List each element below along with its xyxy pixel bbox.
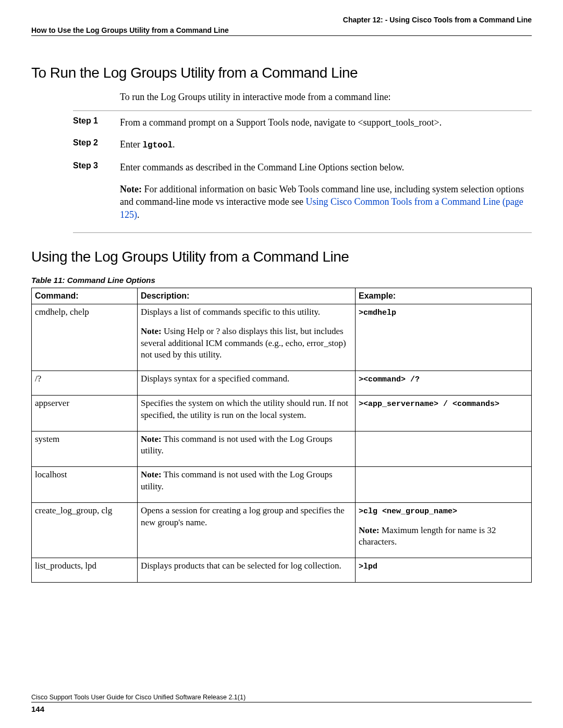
steps-block: Step 1 From a command prompt on a Suppor…	[73, 110, 532, 233]
step-row: Step 3 Enter commands as described in th…	[73, 161, 532, 174]
cell-command: system	[32, 431, 138, 467]
rule-bottom	[73, 232, 532, 233]
cell-command: cmdhelp, chelp	[32, 304, 138, 371]
desc-main: Displays a list of commands specific to …	[141, 307, 320, 317]
example-note-body: Maximum length for name is 32 characters…	[359, 525, 496, 547]
cell-example: >lpd	[356, 558, 532, 582]
note-block: Note: For additional information on basi…	[120, 183, 532, 221]
desc-note-label: Note:	[141, 434, 162, 444]
desc-note-body: This command is not used with the Log Gr…	[141, 470, 333, 491]
table-row: /? Displays syntax for a specified comma…	[32, 371, 532, 395]
cell-example: ><command> /?	[356, 371, 532, 395]
page: Chapter 12: - Using Cisco Tools from a C…	[0, 0, 563, 728]
cell-description: Note: This command is not used with the …	[138, 431, 356, 467]
step-row: Step 1 From a command prompt on a Suppor…	[73, 116, 532, 129]
rule-top	[73, 110, 532, 111]
desc-note-label: Note:	[141, 470, 162, 479]
example-mono: >cmdhelp	[359, 309, 396, 317]
intro-text: To run the Log Groups utility in interac…	[120, 92, 532, 103]
note-body-b: .	[137, 209, 140, 220]
cell-example	[356, 431, 532, 467]
example-mono: >lpd	[359, 562, 377, 571]
step-body: Enter commands as described in the Comma…	[120, 161, 532, 174]
th-description: Description:	[138, 288, 356, 304]
th-command: Command:	[32, 288, 138, 304]
command-table: Command: Description: Example: cmdhelp, …	[31, 288, 532, 583]
section-title-1: To Run the Log Groups Utility from a Com…	[31, 65, 532, 81]
cell-example: >clg <new_group_name> Note: Maximum leng…	[356, 503, 532, 558]
table-row: localhost Note: This command is not used…	[32, 467, 532, 503]
table-row: create_log_group, clg Opens a session fo…	[32, 503, 532, 558]
table-row: list_products, lpd Displays products tha…	[32, 558, 532, 582]
desc-note-body: Using Help or ? also displays this list,…	[141, 326, 346, 360]
header-section: How to Use the Log Groups Utility from a…	[31, 26, 532, 36]
example-mono: ><app_servername> / <commands>	[359, 400, 499, 409]
example-note: Note: Maximum length for name is 32 char…	[359, 525, 528, 549]
table-header-row: Command: Description: Example:	[32, 288, 532, 304]
cell-command: list_products, lpd	[32, 558, 138, 582]
step-row: Step 2 Enter lgtool.	[73, 138, 532, 152]
cell-description: Displays syntax for a specified command.	[138, 371, 356, 395]
footer: Cisco Support Tools User Guide for Cisco…	[31, 694, 532, 713]
step-body: Enter lgtool.	[120, 138, 532, 152]
step-body: From a command prompt on a Support Tools…	[120, 116, 532, 129]
section-title-2: Using the Log Groups Utility from a Comm…	[31, 249, 532, 265]
table-row: system Note: This command is not used wi…	[32, 431, 532, 467]
table-caption: Table 11: Command Line Options	[31, 276, 532, 285]
desc-note-body: This command is not used with the Log Gr…	[141, 434, 333, 456]
cell-command: appserver	[32, 395, 138, 431]
cell-description: Displays a list of commands specific to …	[138, 304, 356, 371]
cell-description: Displays products that can be selected f…	[138, 558, 356, 582]
th-example: Example:	[356, 288, 532, 304]
step-label: Step 2	[73, 138, 120, 147]
example-mono: >clg <new_group_name>	[359, 507, 457, 516]
step-body-prefix: Enter	[120, 139, 142, 150]
cell-example	[356, 467, 532, 503]
cell-command: localhost	[32, 467, 138, 503]
footer-doc-title: Cisco Support Tools User Guide for Cisco…	[31, 694, 532, 702]
cell-example: ><app_servername> / <commands>	[356, 395, 532, 431]
table-row: cmdhelp, chelp Displays a list of comman…	[32, 304, 532, 371]
footer-page-number: 144	[31, 705, 532, 713]
step-body-mono: lgtool	[142, 141, 173, 150]
step-label: Step 3	[73, 161, 120, 170]
example-note-label: Note:	[359, 525, 380, 535]
cell-command: /?	[32, 371, 138, 395]
step-body-suffix: .	[173, 139, 175, 150]
cell-example: >cmdhelp	[356, 304, 532, 371]
note-label: Note:	[120, 184, 142, 194]
cell-description: Opens a session for creating a log group…	[138, 503, 356, 558]
table-row: appserver Specifies the system on which …	[32, 395, 532, 431]
example-mono: ><command> /?	[359, 375, 420, 384]
cell-description: Specifies the system on which the utilit…	[138, 395, 356, 431]
header-chapter: Chapter 12: - Using Cisco Tools from a C…	[31, 16, 532, 24]
desc-note-label: Note:	[141, 326, 162, 336]
cell-description: Note: This command is not used with the …	[138, 467, 356, 503]
step-label: Step 1	[73, 116, 120, 126]
cell-command: create_log_group, clg	[32, 503, 138, 558]
desc-note: Note: Using Help or ? also displays this…	[141, 326, 352, 362]
